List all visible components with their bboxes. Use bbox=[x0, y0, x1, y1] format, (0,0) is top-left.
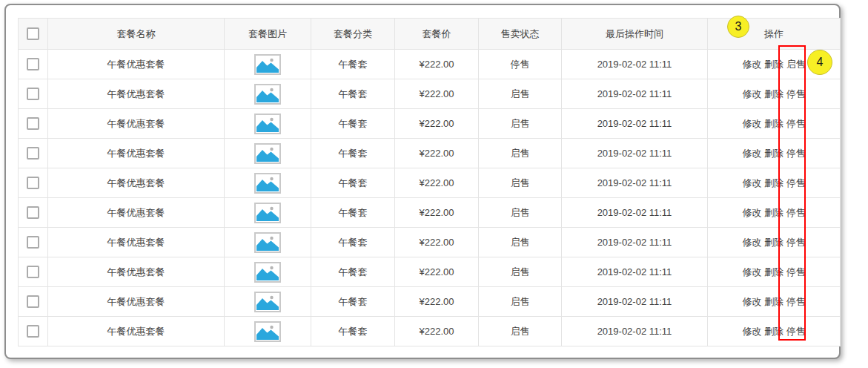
package-category-cell: 午餐套 bbox=[311, 317, 395, 346]
row-checkbox-cell bbox=[19, 317, 48, 346]
actions-cell: 修改 删除 停售 bbox=[708, 317, 841, 346]
toggle-sale-action[interactable]: 停售 bbox=[786, 177, 806, 188]
edit-action[interactable]: 修改 bbox=[742, 266, 761, 277]
delete-action[interactable]: 删除 bbox=[764, 296, 783, 307]
edit-action[interactable]: 修改 bbox=[742, 177, 761, 188]
edit-action[interactable]: 修改 bbox=[742, 296, 761, 307]
package-name-cell: 午餐优惠套餐 bbox=[48, 198, 225, 228]
last-operation-time-cell: 2019-02-02 11:11 bbox=[562, 198, 708, 228]
delete-action[interactable]: 删除 bbox=[764, 266, 783, 277]
package-image-cell[interactable] bbox=[225, 139, 311, 168]
toggle-sale-action[interactable]: 停售 bbox=[786, 266, 806, 277]
row-checkbox-cell bbox=[19, 228, 48, 257]
header-package-image: 套餐图片 bbox=[225, 19, 311, 50]
toggle-sale-action[interactable]: 停售 bbox=[786, 88, 806, 99]
row-checkbox[interactable] bbox=[27, 236, 39, 249]
header-actions: 操作 bbox=[708, 19, 841, 50]
toggle-sale-action[interactable]: 停售 bbox=[786, 207, 806, 218]
image-placeholder-icon bbox=[254, 232, 281, 253]
sale-status-cell: 启售 bbox=[479, 109, 562, 139]
delete-action[interactable]: 删除 bbox=[764, 207, 783, 218]
row-checkbox[interactable] bbox=[27, 117, 39, 130]
toggle-sale-action[interactable]: 停售 bbox=[786, 118, 806, 129]
row-checkbox-cell bbox=[19, 198, 48, 228]
package-category-cell: 午餐套 bbox=[311, 79, 395, 109]
delete-action[interactable]: 删除 bbox=[764, 177, 783, 188]
table-panel: 套餐名称 套餐图片 套餐分类 套餐价 售卖状态 最后操作时间 操作 午餐优惠套餐… bbox=[4, 4, 841, 359]
table-row: 午餐优惠套餐 午餐套¥222.00启售2019-02-02 11:11修改 删除… bbox=[19, 228, 841, 257]
package-category-cell: 午餐套 bbox=[311, 139, 395, 168]
actions-cell: 修改 删除 停售 bbox=[708, 79, 841, 109]
row-checkbox[interactable] bbox=[27, 147, 39, 160]
table-header: 套餐名称 套餐图片 套餐分类 套餐价 售卖状态 最后操作时间 操作 bbox=[19, 19, 841, 50]
toggle-sale-action[interactable]: 停售 bbox=[786, 237, 806, 248]
delete-action[interactable]: 删除 bbox=[764, 118, 783, 129]
page: 套餐名称 套餐图片 套餐分类 套餐价 售卖状态 最后操作时间 操作 午餐优惠套餐… bbox=[0, 0, 868, 368]
edit-action[interactable]: 修改 bbox=[742, 88, 761, 99]
package-category-cell: 午餐套 bbox=[311, 50, 395, 79]
package-image-cell[interactable] bbox=[225, 50, 311, 79]
row-checkbox[interactable] bbox=[27, 295, 39, 308]
edit-action[interactable]: 修改 bbox=[742, 59, 761, 70]
package-name-cell: 午餐优惠套餐 bbox=[48, 50, 225, 79]
row-checkbox-cell bbox=[19, 79, 48, 109]
toggle-sale-action[interactable]: 启售 bbox=[786, 59, 806, 70]
last-operation-time-cell: 2019-02-02 11:11 bbox=[562, 50, 708, 79]
package-image-cell[interactable] bbox=[225, 257, 311, 287]
edit-action[interactable]: 修改 bbox=[742, 326, 761, 337]
table-row: 午餐优惠套餐 午餐套¥222.00启售2019-02-02 11:11修改 删除… bbox=[19, 139, 841, 168]
row-checkbox[interactable] bbox=[27, 206, 39, 219]
package-price-cell: ¥222.00 bbox=[395, 50, 479, 79]
edit-action[interactable]: 修改 bbox=[742, 118, 761, 129]
sale-status-cell: 停售 bbox=[479, 50, 562, 79]
row-checkbox-cell bbox=[19, 50, 48, 79]
delete-action[interactable]: 删除 bbox=[764, 326, 783, 337]
toggle-sale-action[interactable]: 停售 bbox=[786, 296, 806, 307]
header-package-category: 套餐分类 bbox=[311, 19, 395, 50]
package-image-cell[interactable] bbox=[225, 228, 311, 257]
delete-action[interactable]: 删除 bbox=[764, 59, 783, 70]
row-checkbox[interactable] bbox=[27, 177, 39, 189]
package-image-cell[interactable] bbox=[225, 109, 311, 139]
image-placeholder-icon bbox=[254, 203, 281, 223]
package-image-cell[interactable] bbox=[225, 79, 311, 109]
edit-action[interactable]: 修改 bbox=[742, 237, 761, 248]
package-image-cell[interactable] bbox=[225, 198, 311, 228]
image-placeholder-icon bbox=[254, 84, 281, 105]
package-price-cell: ¥222.00 bbox=[395, 79, 479, 109]
table-row: 午餐优惠套餐 午餐套¥222.00启售2019-02-02 11:11修改 删除… bbox=[19, 168, 841, 198]
last-operation-time-cell: 2019-02-02 11:11 bbox=[562, 228, 708, 257]
sale-status-cell: 启售 bbox=[479, 257, 562, 287]
package-category-cell: 午餐套 bbox=[311, 257, 395, 287]
actions-cell: 修改 删除 启售 bbox=[708, 50, 841, 79]
table-row: 午餐优惠套餐 午餐套¥222.00停售2019-02-02 11:11修改 删除… bbox=[19, 50, 841, 79]
actions-cell: 修改 删除 停售 bbox=[708, 168, 841, 198]
package-category-cell: 午餐套 bbox=[311, 287, 395, 317]
row-checkbox[interactable] bbox=[27, 88, 39, 100]
select-all-checkbox[interactable] bbox=[27, 27, 39, 40]
edit-action[interactable]: 修改 bbox=[742, 207, 761, 218]
package-name-cell: 午餐优惠套餐 bbox=[48, 79, 225, 109]
sale-status-cell: 启售 bbox=[479, 168, 562, 198]
row-checkbox[interactable] bbox=[27, 266, 39, 278]
package-image-cell[interactable] bbox=[225, 168, 311, 198]
sale-status-cell: 启售 bbox=[479, 198, 562, 228]
table-row: 午餐优惠套餐 午餐套¥222.00启售2019-02-02 11:11修改 删除… bbox=[19, 317, 841, 346]
row-checkbox-cell bbox=[19, 257, 48, 287]
package-image-cell[interactable] bbox=[225, 317, 311, 346]
row-checkbox[interactable] bbox=[27, 58, 39, 70]
row-checkbox[interactable] bbox=[27, 325, 39, 338]
image-placeholder-icon bbox=[254, 321, 281, 342]
package-image-cell[interactable] bbox=[225, 287, 311, 317]
edit-action[interactable]: 修改 bbox=[742, 148, 761, 159]
toggle-sale-action[interactable]: 停售 bbox=[786, 148, 806, 159]
package-name-cell: 午餐优惠套餐 bbox=[48, 287, 225, 317]
delete-action[interactable]: 删除 bbox=[764, 88, 783, 99]
last-operation-time-cell: 2019-02-02 11:11 bbox=[562, 168, 708, 198]
image-placeholder-icon bbox=[254, 173, 281, 194]
toggle-sale-action[interactable]: 停售 bbox=[786, 326, 806, 337]
delete-action[interactable]: 删除 bbox=[764, 237, 783, 248]
package-price-cell: ¥222.00 bbox=[395, 139, 479, 168]
package-price-cell: ¥222.00 bbox=[395, 317, 479, 346]
delete-action[interactable]: 删除 bbox=[764, 148, 783, 159]
